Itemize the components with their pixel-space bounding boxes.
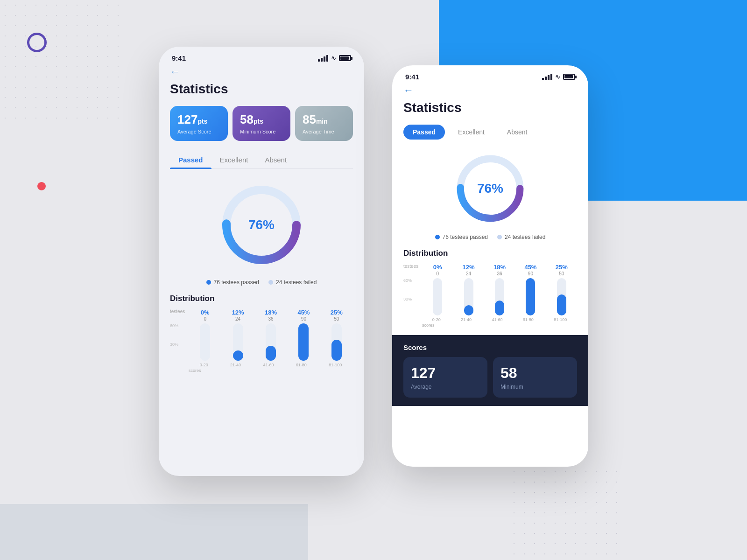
dist-row-label-1: testees — [170, 309, 189, 322]
score-box-min: 58 Minimum — [493, 357, 577, 398]
legend-2: 76 testees passed 24 testees failed — [403, 234, 577, 240]
bar-2 — [266, 346, 276, 361]
phone-1-content: ← Statistics 127pts Average Score 58pts … — [159, 66, 364, 471]
legend-passed-label-2: 76 testees passed — [443, 234, 488, 240]
distribution-title-1: Distribution — [170, 294, 353, 303]
scores-section-title: Scores — [403, 343, 577, 351]
y-axis-1: 60% 30% — [170, 323, 178, 361]
x-label-1: scores — [170, 368, 353, 373]
dist-col-2-4: 25% 50 — [546, 264, 577, 276]
legend-dot-passed — [206, 280, 211, 285]
bar-chart-1: 60% 30% — [170, 323, 353, 361]
donut-chart-1: 76% — [170, 178, 353, 272]
bar-bg-3 — [298, 323, 309, 361]
phones-container: 9:41 ∿ ← Statistics — [0, 0, 747, 560]
x-axis-1: 0-20 21-40 41-60 61-80 81-100 — [170, 363, 353, 367]
status-bar-1: 9:41 ∿ — [159, 47, 364, 66]
bar2-4 — [557, 294, 566, 315]
dist-col-2-2: 18% 36 — [484, 264, 515, 276]
bar2-bg-3 — [526, 278, 535, 315]
bar-4 — [331, 340, 342, 361]
page-title-2: Statistics — [403, 100, 577, 115]
donut-chart-2: 76% — [403, 149, 577, 228]
status-bar-2: 9:41 ∿ — [392, 65, 588, 84]
bar2-bg-4 — [557, 278, 566, 315]
legend-passed-1: 76 testees passed — [206, 279, 259, 286]
bar-bg-0 — [200, 323, 210, 361]
bar2-bg-0 — [433, 278, 442, 315]
bar-bg-1 — [233, 323, 243, 361]
y-axis-2: 60% 30% — [403, 278, 412, 315]
dist-col-2-0: 0% 0 — [422, 264, 453, 276]
score-box-avg-value: 127 — [411, 364, 480, 382]
dist-row-label-2: testees — [403, 264, 422, 276]
min-value: 58pts — [240, 112, 283, 127]
time-1: 9:41 — [172, 54, 186, 62]
legend-failed-label-2: 24 testees failed — [505, 234, 545, 240]
status-icons-2: ∿ — [542, 73, 575, 80]
bar-bg-4 — [331, 323, 342, 361]
bar-bg-2 — [266, 323, 276, 361]
x-axis-2: 0-20 21-40 41-60 61-80 81-100 — [403, 317, 577, 322]
x-labels-1: 0-20 21-40 41-60 61-80 81-100 — [189, 363, 353, 367]
bar-1 — [233, 350, 243, 361]
bar-3 — [298, 323, 309, 361]
tab-passed-1[interactable]: Passed — [170, 151, 211, 168]
dist-col-3: 45% 90 — [287, 309, 320, 322]
legend-dot-failed-2 — [497, 235, 502, 239]
min-label: Minimum Score — [240, 129, 283, 134]
dist-col-4: 25% 50 — [320, 309, 353, 322]
wifi-icon: ∿ — [331, 55, 336, 62]
legend-failed-2: 24 testees failed — [497, 234, 545, 240]
tab-excellent-2[interactable]: Excellent — [449, 125, 494, 140]
phone-2: 9:41 ∿ ← Statistics Passed — [392, 65, 588, 467]
donut-pct-2: 76% — [477, 181, 503, 196]
tab-absent-2[interactable]: Absent — [498, 125, 537, 140]
tab-excellent-1[interactable]: Excellent — [211, 151, 257, 168]
tabs-pill-2: Passed Excellent Absent — [403, 125, 577, 140]
score-box-avg-label: Average — [411, 384, 480, 390]
scores-section: Scores 127 Average 58 Minimum — [392, 335, 588, 406]
back-button-2[interactable]: ← — [403, 84, 577, 97]
bar2-bg-2 — [495, 278, 504, 315]
time-2: 9:41 — [405, 73, 419, 81]
phone-1: 9:41 ∿ ← Statistics — [159, 47, 364, 476]
tabs-1: Passed Excellent Absent — [170, 151, 353, 169]
bars-2 — [422, 278, 577, 315]
tab-passed-2[interactable]: Passed — [403, 125, 445, 140]
avg-value: 127pts — [177, 112, 220, 127]
score-card-time: 85min Average Time — [295, 106, 353, 141]
signal-icon — [318, 55, 328, 62]
bar-chart-2: 60% 30% — [403, 278, 577, 315]
x-label-2: scores — [403, 323, 577, 328]
dist-col-2-1: 12% 24 — [453, 264, 484, 276]
time-value: 85min — [303, 112, 345, 127]
dist-header-1: testees 0% 0 12% 24 18% 36 45% — [170, 309, 353, 322]
legend-failed-label: 24 testees failed — [276, 279, 317, 286]
signal-icon-2 — [542, 74, 552, 80]
dist-col-0: 0% 0 — [189, 309, 221, 322]
legend-passed-2: 76 testees passed — [435, 234, 488, 240]
scores-grid: 127 Average 58 Minimum — [403, 357, 577, 398]
battery-icon — [339, 55, 351, 61]
wifi-icon-2: ∿ — [555, 73, 560, 80]
bar2-1 — [464, 305, 473, 315]
dist-col-1: 12% 24 — [221, 309, 254, 322]
dist-col-2: 18% 36 — [254, 309, 287, 322]
phone-2-content: ← Statistics Passed Excellent Absent — [392, 84, 588, 462]
donut-pct-1: 76% — [248, 217, 275, 232]
avg-label: Average Score — [177, 129, 220, 134]
score-card-min: 58pts Minimum Score — [233, 106, 290, 141]
back-button-1[interactable]: ← — [170, 66, 353, 78]
page-title-1: Statistics — [170, 82, 353, 97]
bar2-2 — [495, 301, 504, 315]
legend-failed-1: 24 testees failed — [268, 279, 317, 286]
score-card-avg: 127pts Average Score — [170, 106, 228, 141]
score-box-min-value: 58 — [500, 364, 570, 382]
battery-icon-2 — [563, 74, 575, 80]
dist-pcts-2: 0% 0 12% 24 18% 36 45% 90 — [422, 264, 577, 276]
bars-1 — [189, 323, 353, 361]
dist-col-2-3: 45% 90 — [515, 264, 546, 276]
legend-1: 76 testees passed 24 testees failed — [170, 279, 353, 286]
tab-absent-1[interactable]: Absent — [256, 151, 295, 168]
